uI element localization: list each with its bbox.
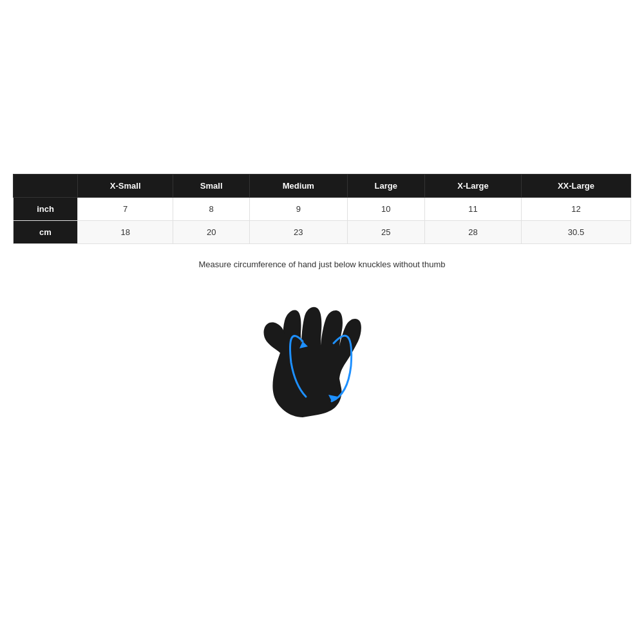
measurement-instruction: Measure circumference of hand just below…	[13, 260, 631, 269]
hand-svg	[238, 289, 406, 430]
col-header-xlarge: X-Large	[424, 175, 521, 198]
table-row: cm182023252830.5	[14, 221, 631, 244]
row-label-inch: inch	[14, 198, 78, 221]
size-table: X-Small Small Medium Large X-Large XX-La…	[13, 174, 631, 244]
col-header-xsmall: X-Small	[78, 175, 173, 198]
empty-header-cell	[14, 175, 78, 198]
hand-illustration	[13, 289, 631, 430]
table-cell: 11	[424, 198, 521, 221]
table-row: inch789101112	[14, 198, 631, 221]
table-cell: 25	[347, 221, 424, 244]
col-header-xxlarge: XX-Large	[521, 175, 630, 198]
col-header-large: Large	[347, 175, 424, 198]
table-cell: 30.5	[521, 221, 630, 244]
table-cell: 8	[173, 198, 250, 221]
table-cell: 12	[521, 198, 630, 221]
table-cell: 18	[78, 221, 173, 244]
col-header-medium: Medium	[249, 175, 347, 198]
table-cell: 7	[78, 198, 173, 221]
table-cell: 20	[173, 221, 250, 244]
table-cell: 10	[347, 198, 424, 221]
table-header-row: X-Small Small Medium Large X-Large XX-La…	[14, 175, 631, 198]
table-cell: 23	[249, 221, 347, 244]
page-wrapper: X-Small Small Medium Large X-Large XX-La…	[0, 0, 644, 644]
col-header-small: Small	[173, 175, 250, 198]
table-cell: 28	[424, 221, 521, 244]
table-cell: 9	[249, 198, 347, 221]
hand-shape	[264, 307, 361, 417]
size-table-container: X-Small Small Medium Large X-Large XX-La…	[13, 174, 631, 430]
row-label-cm: cm	[14, 221, 78, 244]
